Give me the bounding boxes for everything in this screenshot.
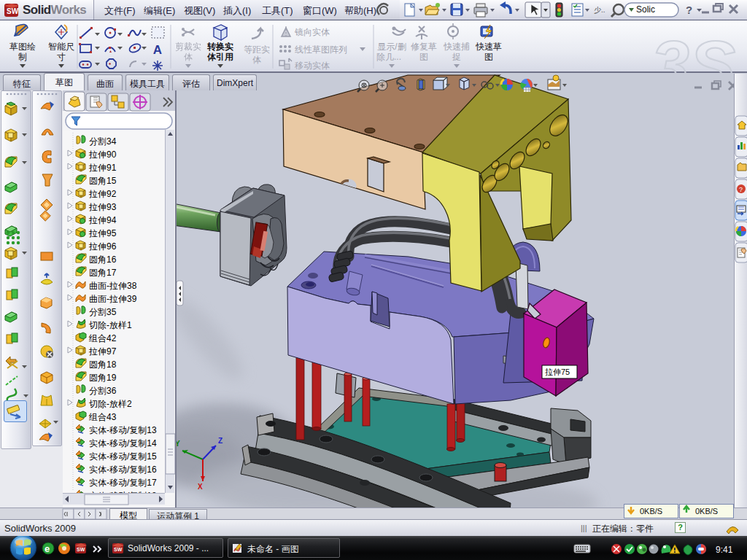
svg-text:3S: 3S	[651, 26, 735, 73]
svg-text:X: X	[198, 483, 203, 491]
svg-text:除几...: 除几...	[376, 52, 401, 62]
svg-text:Solic: Solic	[636, 4, 655, 15]
svg-text:线性草图阵列: 线性草图阵列	[295, 44, 347, 55]
svg-text:?: ?	[739, 186, 743, 193]
svg-text:Z: Z	[218, 437, 222, 445]
svg-text:快速草: 快速草	[475, 42, 502, 52]
svg-text:SW: SW	[77, 547, 85, 552]
svg-text:SW: SW	[114, 547, 123, 552]
svg-text:0KB/S: 0KB/S	[640, 507, 662, 516]
svg-text:等距实: 等距实	[244, 44, 270, 55]
svg-text:SW: SW	[7, 7, 19, 15]
svg-text:9:41: 9:41	[716, 545, 733, 555]
svg-text:镜向实体: 镜向实体	[294, 27, 330, 37]
svg-text:剪裁实: 剪裁实	[175, 42, 201, 52]
svg-text:A: A	[153, 43, 162, 57]
svg-text:移动实体: 移动实体	[295, 61, 330, 71]
svg-text:智能尺: 智能尺	[48, 42, 74, 52]
svg-text:转换实: 转换实	[206, 42, 233, 52]
svg-text:e: e	[44, 543, 50, 554]
svg-text:捉: 捉	[452, 52, 461, 62]
svg-text:显示/删: 显示/删	[377, 42, 406, 52]
svg-text:草图绘: 草图绘	[9, 42, 36, 52]
svg-text:图: 图	[484, 52, 493, 62]
svg-text:体: 体	[252, 55, 261, 65]
svg-text:Y: Y	[177, 440, 180, 448]
svg-text:图: 图	[419, 52, 428, 62]
svg-text:寸: 寸	[57, 52, 66, 62]
svg-text:0KB/S: 0KB/S	[695, 507, 718, 516]
svg-text:体: 体	[184, 52, 193, 62]
svg-text:?: ?	[686, 4, 692, 16]
svg-text:体引用: 体引用	[206, 52, 233, 62]
svg-text:修复草: 修复草	[411, 42, 437, 52]
svg-text:制: 制	[18, 52, 27, 62]
svg-text:拉伸75: 拉伸75	[545, 368, 570, 376]
svg-text:快速捕: 快速捕	[443, 42, 470, 52]
svg-text:少..: 少..	[594, 6, 605, 14]
